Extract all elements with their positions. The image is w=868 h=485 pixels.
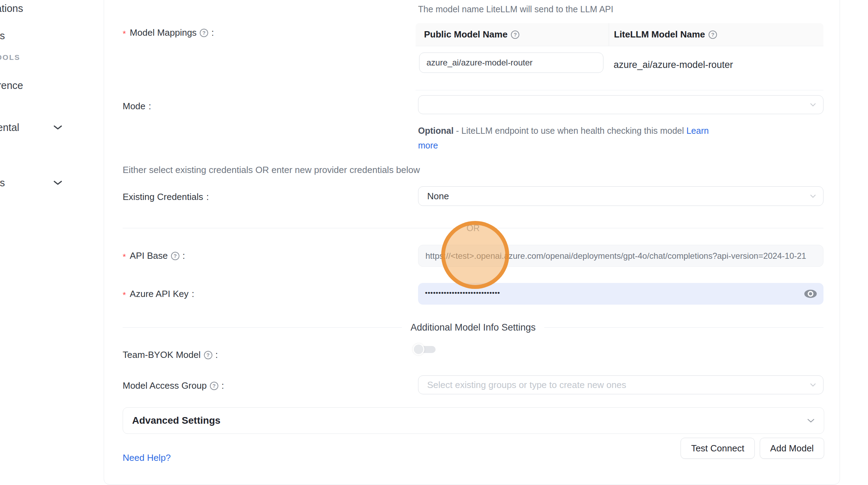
sidebar-item-ental[interactable]: ental [0,122,19,133]
sidebar-item-s1[interactable]: s [0,30,5,42]
add-model-page: ations s TOOLS erence ental s The model … [0,0,868,485]
litellm-model-name-header: LiteLLM Model Name ? [609,23,823,46]
help-circle-icon[interactable]: ? [200,29,208,37]
api-base-input[interactable]: https://<test>.openai.azure.com/openai/d… [418,245,823,267]
credentials-note: Either select existing credentials OR en… [123,165,420,175]
sidebar-item-ations[interactable]: ations [0,3,23,14]
mode-select[interactable] [418,95,823,114]
public-model-name-input[interactable]: azure_ai/azure-model-router [419,53,603,73]
need-help-link[interactable]: Need Help? [123,452,171,463]
test-connect-button[interactable]: Test Connect [681,438,755,459]
chevron-down-icon [807,418,815,423]
azure-api-key-label: * Azure API Key : [123,289,194,299]
table-header-row: Public Model Name ? LiteLLM Model Name ? [416,23,823,46]
sidebar-item-erence[interactable]: erence [0,80,23,91]
model-access-group-label: Model Access Group ? : [123,380,224,391]
public-model-name-header: Public Model Name ? [416,23,609,46]
help-circle-icon[interactable]: ? [171,252,179,260]
help-circle-icon[interactable]: ? [210,382,218,390]
sidebar-section-tools: TOOLS [0,53,20,62]
model-access-group-select[interactable]: Select existing groups or type to create… [418,375,823,394]
chevron-down-icon [810,194,816,198]
model-name-annotation: The model name LiteLLM will send to the … [418,4,613,14]
help-circle-icon[interactable]: ? [511,30,519,39]
model-mappings-label: * Model Mappings ? : [123,27,214,38]
chevron-down-icon [810,103,816,107]
litellm-model-name-value: azure_ai/azure-model-router [609,46,823,90]
sidebar-item-s2[interactable]: s [0,177,5,189]
required-marker: * [123,29,126,39]
or-divider: OR [123,223,823,233]
model-mappings-table: Public Model Name ? LiteLLM Model Name ?… [416,23,823,90]
masked-password: •••••••••••••••••••••••••••• [425,289,500,297]
advanced-settings-panel[interactable]: Advanced Settings [123,407,824,434]
help-circle-icon[interactable]: ? [709,30,717,39]
select-placeholder: Select existing groups or type to create… [427,380,626,390]
add-model-button[interactable]: Add Model [760,438,824,459]
existing-credentials-select[interactable]: None [418,186,823,206]
additional-info-divider: Additional Model Info Settings [123,322,823,333]
advanced-settings-title: Advanced Settings [132,415,220,426]
required-marker: * [123,252,126,262]
help-circle-icon[interactable]: ? [204,351,212,359]
api-base-label: * API Base ? : [123,250,185,261]
eye-icon[interactable] [804,289,817,298]
existing-credentials-label: Existing Credentials : [123,192,209,202]
required-marker: * [123,290,126,300]
chevron-down-icon [53,125,62,130]
mode-help-text: Optional - LiteLLM endpoint to use when … [418,123,726,153]
chevron-down-icon [810,383,816,387]
team-byok-label: Team-BYOK Model ? : [123,349,218,360]
chevron-down-icon [53,180,62,186]
table-row: azure_ai/azure-model-router azure_ai/azu… [416,46,823,90]
team-byok-toggle[interactable] [413,344,437,355]
mode-label: Mode : [123,101,151,112]
azure-api-key-input[interactable]: •••••••••••••••••••••••••••• [418,283,823,305]
